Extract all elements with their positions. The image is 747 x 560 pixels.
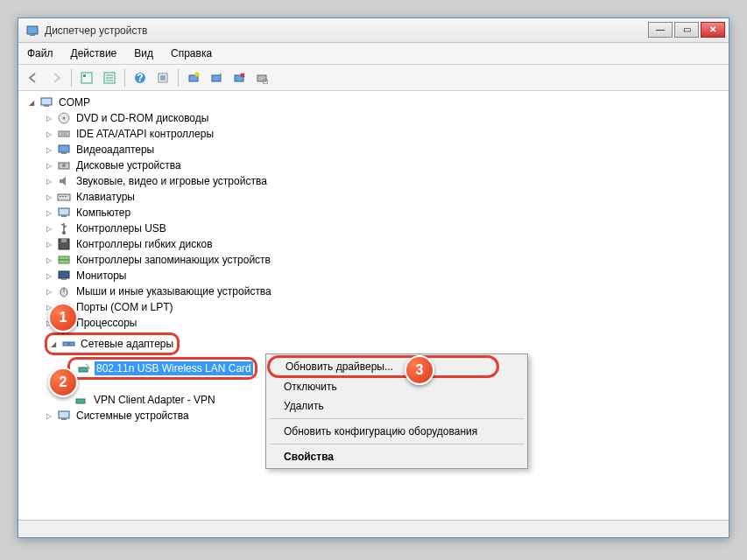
expand-icon[interactable]: ▷ [45, 114, 53, 122]
svg-rect-41 [59, 256, 69, 260]
expand-icon[interactable]: ▷ [45, 145, 53, 154]
expand-icon[interactable]: ▷ [45, 161, 53, 170]
tree-item-processors[interactable]: ▷Процессоры [45, 315, 729, 331]
forward-button[interactable] [46, 68, 66, 88]
tree-item[interactable]: ▷Мыши и иные указывающие устройства [45, 284, 729, 299]
tree-item[interactable]: ▷Видеоадаптеры [45, 142, 729, 158]
toolbar-btn-6[interactable] [207, 68, 226, 88]
window-controls: — ▭ ✕ [646, 22, 725, 39]
context-properties[interactable]: Свойства [268, 447, 525, 466]
svg-rect-56 [63, 342, 68, 346]
svg-rect-31 [58, 194, 70, 200]
callout-2: 2 [48, 368, 78, 397]
svg-rect-0 [27, 26, 38, 34]
floppy-icon [57, 237, 71, 251]
svg-rect-14 [212, 75, 221, 81]
expand-icon[interactable]: ▷ [45, 224, 53, 233]
tree-item[interactable]: ▷Контроллеры USB [45, 220, 729, 236]
app-icon [25, 24, 39, 38]
expand-icon[interactable]: ▷ [45, 287, 53, 296]
display-adapter-icon [57, 143, 71, 157]
toolbar-btn-4[interactable] [153, 68, 173, 88]
tree-item[interactable]: ▷Контроллеры запоминающих устройств [45, 252, 729, 268]
expand-icon[interactable]: ▷ [45, 177, 53, 186]
toolbar-btn-8[interactable] [252, 68, 271, 88]
toolbar-separator [178, 69, 179, 87]
expand-icon[interactable]: ▷ [45, 130, 53, 138]
callout-1: 1 [48, 303, 78, 332]
tree-root[interactable]: ◢ COMP [27, 94, 729, 110]
collapse-icon[interactable]: ◢ [27, 98, 36, 107]
tree-item[interactable]: ▷Клавиатуры [45, 189, 729, 205]
tree-item[interactable]: ▷DVD и CD-ROM дисководы [45, 110, 729, 126]
svg-point-30 [62, 164, 66, 167]
svg-rect-36 [61, 215, 67, 217]
context-scan-hardware[interactable]: Обновить конфигурацию оборудования [268, 422, 525, 441]
svg-rect-21 [44, 105, 49, 107]
close-button[interactable]: ✕ [701, 22, 725, 38]
highlight-update-drivers: Обновить драйверы... [267, 355, 499, 378]
svg-rect-20 [41, 98, 52, 105]
keyboard-icon [57, 190, 71, 204]
svg-text:?: ? [137, 72, 143, 84]
toolbar-btn-2[interactable] [100, 68, 119, 88]
svg-rect-1 [30, 34, 35, 36]
uninstall-button[interactable] [229, 68, 249, 88]
tree-item[interactable]: ▷Звуковые, видео и игровые устройства [45, 173, 729, 189]
svg-rect-62 [61, 418, 67, 420]
context-update-drivers[interactable]: Обновить драйверы... [270, 358, 497, 375]
menu-file[interactable]: Файл [18, 45, 62, 62]
tree-item[interactable]: ▷Дисковые устройства [45, 158, 729, 173]
tree-item[interactable]: ▷IDE ATA/ATAPI контроллеры [45, 126, 729, 142]
context-disable[interactable]: Отключить [268, 377, 525, 396]
expand-icon[interactable]: ▷ [45, 208, 53, 217]
svg-rect-59 [79, 368, 88, 372]
menu-help[interactable]: Справка [162, 45, 221, 62]
expand-icon[interactable]: ▷ [45, 256, 53, 264]
svg-rect-40 [61, 239, 67, 242]
help-button[interactable]: ? [130, 68, 150, 88]
dvd-icon [57, 111, 71, 125]
menu-view[interactable]: Вид [125, 45, 162, 62]
tree-item-network-adapters[interactable]: ◢Сетевые адаптеры [49, 336, 175, 352]
network-adapter-icon [77, 361, 91, 375]
svg-rect-61 [59, 411, 69, 418]
tree-item[interactable]: ▷Порты (COM и LPT) [45, 299, 729, 315]
tree-item-wireless-adapter[interactable]: 802.11n USB Wireless LAN Card [72, 360, 253, 376]
svg-rect-2 [81, 73, 92, 83]
expand-icon[interactable]: ▷ [45, 271, 53, 280]
monitor-icon [57, 269, 71, 283]
window-title: Диспетчер устройств [45, 24, 646, 37]
expand-icon[interactable]: ▷ [45, 240, 53, 248]
expand-icon[interactable]: ▷ [45, 411, 53, 420]
tree-item[interactable]: ▷Компьютер [45, 205, 729, 220]
scan-hardware-button[interactable] [184, 68, 203, 88]
tree-item[interactable]: ▷Контроллеры гибких дисков [45, 236, 729, 252]
svg-point-23 [63, 117, 66, 120]
expand-icon[interactable]: ▷ [45, 192, 53, 201]
context-uninstall[interactable]: Удалить [268, 396, 525, 416]
usb-icon [57, 221, 71, 235]
tree-item[interactable]: ▷Мониторы [45, 268, 729, 284]
toolbar-separator [71, 69, 72, 87]
svg-rect-34 [65, 196, 67, 197]
ide-icon [57, 127, 71, 141]
computer-icon [39, 95, 53, 109]
network-icon [61, 337, 75, 351]
collapse-icon[interactable]: ◢ [49, 340, 58, 348]
back-button[interactable] [24, 68, 43, 88]
svg-rect-28 [61, 152, 67, 154]
svg-rect-32 [60, 196, 61, 197]
status-bar [18, 520, 729, 537]
svg-rect-3 [83, 74, 86, 77]
svg-rect-42 [59, 260, 69, 263]
svg-rect-18 [257, 75, 266, 81]
minimize-button[interactable]: — [648, 22, 673, 38]
svg-rect-57 [69, 342, 74, 346]
toolbar-btn-1[interactable] [77, 68, 96, 88]
maximize-button[interactable]: ▭ [674, 22, 699, 38]
computer-icon [57, 206, 71, 220]
svg-rect-24 [59, 131, 69, 136]
svg-rect-43 [59, 271, 69, 278]
menu-action[interactable]: Действие [62, 45, 126, 62]
